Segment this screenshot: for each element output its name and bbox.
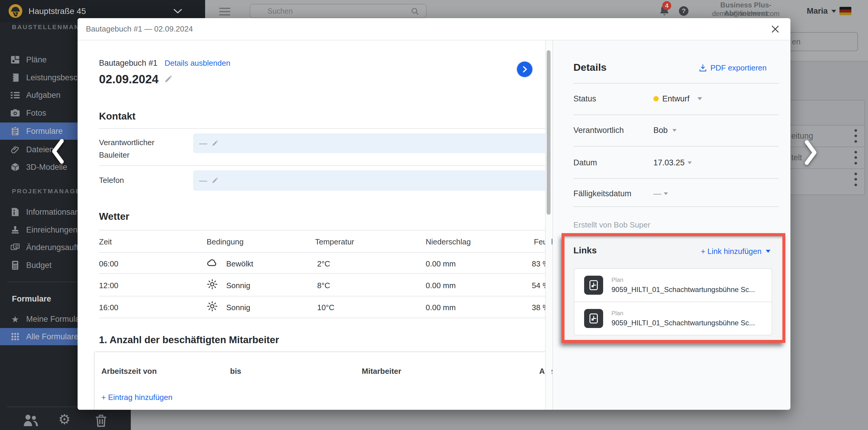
field-telefon[interactable]: — <box>193 171 551 191</box>
weather-temperature: 10°C <box>317 303 334 312</box>
divider <box>574 83 779 84</box>
details-row-datum: Datum 17.03.25 <box>574 157 779 168</box>
details-panel: Details PDF exportieren Status Entwurf <box>552 40 790 410</box>
divider <box>99 273 549 274</box>
cloud-icon <box>207 257 217 268</box>
project-chevron-down-icon <box>174 9 182 14</box>
task-list-icon <box>11 91 20 99</box>
col-header-bedingung: Bedingung <box>207 237 244 247</box>
divider <box>574 146 779 147</box>
scrollbar-thumb[interactable] <box>547 50 551 215</box>
divider <box>574 115 779 115</box>
report-date-row: 02.09.2024 <box>99 71 173 87</box>
weather-temperature: 8°C <box>317 281 330 290</box>
next-arrow[interactable] <box>804 140 817 165</box>
document-info-icon <box>11 208 20 216</box>
mitarbeiter-table: Arbeitszeit von bis Mitarbeiter Anzahl +… <box>94 351 549 410</box>
chevron-down-icon <box>831 10 836 13</box>
weather-time: 16:00 <box>99 303 118 312</box>
col-header-mitarbeiter: Mitarbeiter <box>362 367 401 376</box>
status-dropdown[interactable]: Entwurf <box>653 94 702 103</box>
date-dropdown[interactable]: 17.03.25 <box>653 158 692 167</box>
divider <box>99 165 549 166</box>
weather-condition: Sonnig <box>226 303 250 312</box>
language-flag-german[interactable] <box>839 7 851 15</box>
previous-arrow[interactable] <box>51 139 65 164</box>
search-input[interactable]: Suchen <box>250 4 427 18</box>
created-by-text: Erstellt von Bob Super <box>574 220 650 229</box>
chevron-down-icon <box>688 161 692 164</box>
form-content: Bautagebuch #1 Details ausblenden 02.09.… <box>78 40 552 410</box>
weather-time: 12:00 <box>99 281 118 290</box>
status-dot <box>653 96 659 101</box>
link-name: 9059_HILTI_01_Schachtwartungsbühne Sc... <box>612 285 755 294</box>
sun-icon <box>207 301 217 311</box>
download-icon <box>699 64 707 72</box>
calculator-icon <box>11 261 20 270</box>
help-button[interactable]: ? <box>679 6 688 16</box>
details-row-verantwortlich: Verantwortlich Bob <box>574 125 779 135</box>
modal-header: Bautagebuch #1 — 02.09.2024 <box>78 18 790 40</box>
weather-condition: Bewölkt <box>226 259 253 269</box>
link-list: Plan 9059_HILTI_01_Schachtwartungsbühne … <box>574 268 772 335</box>
chevron-down-icon <box>673 129 677 132</box>
export-pdf-link[interactable]: PDF exportieren <box>699 63 767 73</box>
divider <box>574 178 779 179</box>
section-heading-mitarbeiter: 1. Anzahl der beschäftigten Mitarbeiter <box>99 334 279 345</box>
search-placeholder: Suchen <box>268 4 293 18</box>
edit-pencil-icon[interactable] <box>164 74 173 84</box>
edit-pencil-icon[interactable] <box>211 177 218 184</box>
details-toggle-link[interactable]: Details ausblenden <box>165 59 230 68</box>
specifications-book-icon <box>11 73 20 82</box>
people-icon[interactable] <box>23 413 38 427</box>
section-heading-wetter: Wetter <box>99 211 129 222</box>
user-menu[interactable]: Maria <box>807 0 836 22</box>
field-verantwortlicher-bauleiter[interactable]: — <box>193 133 551 153</box>
link-item-plan[interactable]: Plan 9059_HILTI_01_Schachtwartungsbühne … <box>574 302 772 335</box>
background-button-clipped[interactable]: en <box>782 32 858 51</box>
menu-icon[interactable] <box>219 6 230 18</box>
divider <box>99 252 549 253</box>
links-heading: Links <box>574 245 597 255</box>
trash-icon[interactable] <box>95 413 107 427</box>
fieldwire-logo <box>9 4 22 18</box>
gear-icon[interactable]: ⚙ <box>58 411 70 427</box>
col-header-niederschlag: Niederschlag <box>426 237 471 247</box>
close-icon[interactable] <box>771 25 779 33</box>
chevron-down-icon <box>698 97 702 100</box>
plan-icon <box>584 276 603 295</box>
section-heading-kontakt: Kontakt <box>99 111 135 122</box>
project-name: Hauptstraße 45 <box>29 0 86 22</box>
clipboard-icon <box>11 127 20 135</box>
next-report-button[interactable] <box>517 62 532 77</box>
add-link-dropdown[interactable]: + Link hinzufügen <box>701 247 771 256</box>
details-row-status: Status Entwurf <box>574 93 779 104</box>
link-type: Plan <box>612 277 755 283</box>
plan-icon <box>11 56 20 64</box>
paperclip-icon <box>11 146 20 154</box>
kebab-menu-icon[interactable]: ••• <box>854 171 857 188</box>
stamp-icon <box>11 226 20 234</box>
link-type: Plan <box>612 310 755 317</box>
form-modal: Bautagebuch #1 — 02.09.2024 Bautagebuch … <box>78 18 790 410</box>
edit-pencil-icon[interactable] <box>211 140 218 147</box>
col-header-temperatur: Temperatur <box>315 237 354 247</box>
kebab-menu-icon[interactable]: ••• <box>854 128 857 145</box>
cube-icon <box>11 163 20 172</box>
form-name: Bautagebuch #1 <box>99 59 158 68</box>
weather-precipitation: 0.00 mm <box>426 281 456 290</box>
col-header-zeit: Zeit <box>99 237 112 247</box>
scrollbar[interactable] <box>545 40 552 410</box>
chevron-down-icon <box>664 192 668 195</box>
weather-time: 06:00 <box>99 259 118 269</box>
assignee-dropdown[interactable]: Bob <box>653 126 677 135</box>
link-item-plan[interactable]: Plan 9059_HILTI_01_Schachtwartungsbühne … <box>574 269 772 302</box>
change-orders-icon <box>11 244 20 251</box>
weather-temperature: 2°C <box>317 259 330 269</box>
add-entry-link[interactable]: + Eintrag hinzufügen <box>101 393 173 402</box>
due-date-dropdown[interactable]: — <box>653 189 668 198</box>
kebab-menu-icon[interactable]: ••• <box>854 150 857 166</box>
notification-count-badge: 4 <box>662 1 671 10</box>
sun-icon <box>207 279 217 289</box>
camera-icon <box>11 109 20 117</box>
